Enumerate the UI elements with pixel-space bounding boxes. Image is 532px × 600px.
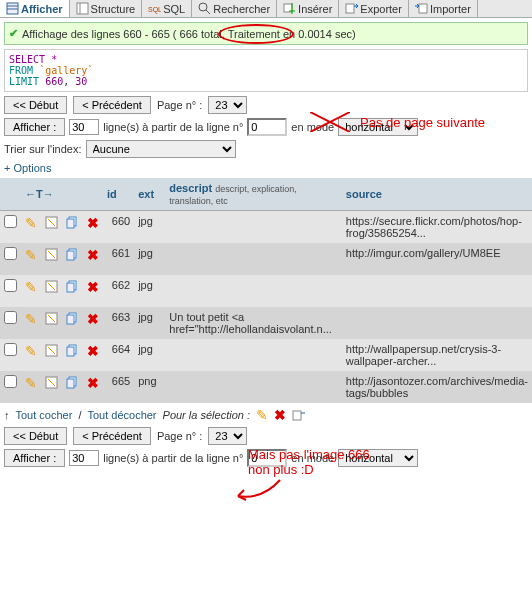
row-checkbox[interactable] (4, 343, 17, 356)
row-checkbox[interactable] (4, 247, 17, 260)
delete-row-icon[interactable]: ✖ (83, 339, 103, 371)
start-row-input[interactable] (247, 118, 287, 136)
tab-importer[interactable]: Importer (409, 0, 478, 17)
svg-rect-15 (67, 219, 74, 228)
delete-row-icon[interactable]: ✖ (83, 307, 103, 339)
cell-id: 665 (103, 371, 134, 403)
edit-row-icon[interactable]: ✎ (21, 243, 41, 275)
inline-edit-icon[interactable] (41, 339, 62, 371)
edit-row-icon[interactable]: ✎ (21, 307, 41, 339)
sort-index-select[interactable]: Aucune (86, 140, 236, 158)
first-page-button-bottom[interactable]: << Début (4, 427, 67, 445)
col-descript[interactable]: descript descript, explication, translat… (165, 178, 342, 211)
svg-text:SQL: SQL (148, 6, 161, 14)
cell-descript (165, 243, 342, 275)
page-select[interactable]: 23 (208, 96, 247, 114)
export-selection-icon[interactable] (292, 409, 305, 422)
inline-edit-icon[interactable] (41, 211, 62, 244)
start-row-input-bottom[interactable] (247, 449, 287, 467)
sql-query-box: SELECT * FROM `gallery` LIMIT 660, 30 (4, 49, 528, 92)
prev-page-button-bottom[interactable]: < Précédent (73, 427, 151, 445)
svg-rect-24 (67, 315, 74, 324)
inline-edit-icon[interactable] (41, 307, 62, 339)
col-source[interactable]: source (342, 178, 532, 211)
row-checkbox[interactable] (4, 311, 17, 324)
copy-row-icon[interactable] (62, 243, 83, 275)
edit-row-icon[interactable]: ✎ (21, 211, 41, 244)
row-checkbox[interactable] (4, 375, 17, 388)
delete-row-icon[interactable]: ✖ (83, 243, 103, 275)
annotation-arrow (232, 478, 282, 504)
col-id[interactable]: id (103, 178, 134, 211)
prev-page-button[interactable]: < Précédent (73, 96, 151, 114)
delete-icon[interactable]: ✖ (274, 407, 286, 423)
top-tabs: Afficher Structure SQLSQL Rechercher Ins… (0, 0, 532, 18)
search-icon (198, 2, 211, 15)
uncheck-all-link[interactable]: Tout décocher (87, 409, 156, 421)
copy-row-icon[interactable] (62, 275, 83, 307)
cell-descript (165, 275, 342, 307)
copy-row-icon[interactable] (62, 371, 83, 403)
inline-edit-icon[interactable] (41, 371, 62, 403)
cell-id: 661 (103, 243, 134, 275)
edit-row-icon[interactable]: ✎ (21, 339, 41, 371)
copy-row-icon[interactable] (62, 211, 83, 244)
delete-row-icon[interactable]: ✖ (83, 211, 103, 244)
delete-row-icon[interactable]: ✖ (83, 371, 103, 403)
svg-rect-31 (293, 411, 301, 420)
inline-edit-icon[interactable] (41, 275, 62, 307)
edit-row-icon[interactable]: ✎ (21, 275, 41, 307)
export-icon (345, 2, 358, 15)
copy-row-icon[interactable] (62, 307, 83, 339)
tab-afficher[interactable]: Afficher (0, 0, 70, 17)
row-checkbox[interactable] (4, 279, 17, 292)
tab-structure[interactable]: Structure (70, 0, 143, 17)
first-page-button[interactable]: << Début (4, 96, 67, 114)
table-row: ✎✖664jpghttp://wallpapersup.net/crysis-3… (0, 339, 532, 371)
options-toggle[interactable]: + Options (4, 162, 528, 174)
svg-rect-27 (67, 347, 74, 356)
cell-descript (165, 371, 342, 403)
cell-descript (165, 339, 342, 371)
tab-exporter[interactable]: Exporter (339, 0, 409, 17)
cell-id: 663 (103, 307, 134, 339)
browse-icon (6, 2, 19, 15)
check-icon: ✔ (9, 27, 18, 40)
display-options-bottom: Afficher : ligne(s) à partir de la ligne… (4, 449, 528, 467)
mode-select[interactable]: horizontal (338, 118, 418, 136)
mode-select-bottom[interactable]: horizontal (338, 449, 418, 467)
tab-sql[interactable]: SQLSQL (142, 0, 192, 17)
check-all-link[interactable]: Tout cocher (16, 409, 73, 421)
cell-source: https://secure.flickr.com/photos/hop-fro… (342, 211, 532, 244)
delete-row-icon[interactable]: ✖ (83, 275, 103, 307)
page-label: Page n° : (157, 99, 202, 111)
show-button[interactable]: Afficher : (4, 118, 65, 136)
cell-source: http://wallpapersup.net/crysis-3-wallpap… (342, 339, 532, 371)
rows-count-input-bottom[interactable] (69, 450, 99, 466)
display-options-top: Afficher : ligne(s) à partir de la ligne… (4, 118, 528, 136)
copy-row-icon[interactable] (62, 339, 83, 371)
pencil-icon[interactable]: ✎ (256, 407, 268, 423)
svg-point-6 (199, 3, 207, 11)
pager-top: << Début < Précédent Page n° : 23 (4, 96, 528, 114)
cell-id: 662 (103, 275, 134, 307)
table-row: ✎✖663jpgUn tout petit <a href="http://le… (0, 307, 532, 339)
cell-ext: jpg (134, 211, 165, 244)
arrow-up-icon: ↑ (4, 409, 10, 421)
page-select-bottom[interactable]: 23 (208, 427, 247, 445)
sql-icon: SQL (148, 2, 161, 15)
show-button-bottom[interactable]: Afficher : (4, 449, 65, 467)
pager-bottom: << Début < Précédent Page n° : 23 (4, 427, 528, 445)
rows-count-input[interactable] (69, 119, 99, 135)
tab-rechercher[interactable]: Rechercher (192, 0, 277, 17)
col-ext[interactable]: ext (134, 178, 165, 211)
cell-id: 660 (103, 211, 134, 244)
import-icon (415, 2, 428, 15)
inline-edit-icon[interactable] (41, 243, 62, 275)
page-label-bottom: Page n° : (157, 430, 202, 442)
tab-inserer[interactable]: Insérer (277, 0, 339, 17)
cell-source (342, 307, 532, 339)
svg-rect-12 (419, 4, 427, 13)
edit-row-icon[interactable]: ✎ (21, 371, 41, 403)
row-checkbox[interactable] (4, 215, 17, 228)
